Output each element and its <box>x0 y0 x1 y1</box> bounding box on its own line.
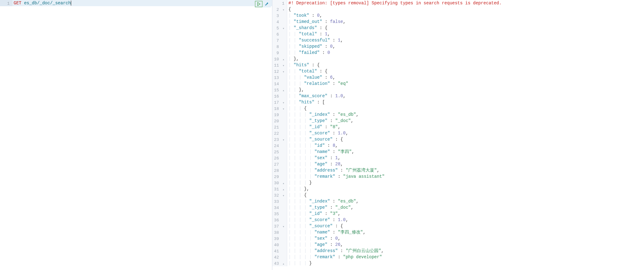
response-code[interactable]: | | | { <box>287 192 644 198</box>
token-punct: : <box>322 19 330 24</box>
response-line: 29 | | | | | "remark" : "java assistant" <box>272 173 644 180</box>
response-code[interactable]: | | | | | "remark" : "java assistant" <box>287 173 644 180</box>
response-line: 14 | | | "relation" : "eq" <box>272 81 644 87</box>
deprecation-warning: #! Deprecation: [types removal] Specifyi… <box>288 1 502 6</box>
response-code[interactable]: | | | | "_source" : { <box>287 136 644 142</box>
response-code[interactable]: | | | | | "name" : "李四", <box>287 149 644 155</box>
token-punct: : <box>327 205 335 210</box>
response-line: 30 ▴| | | | } <box>272 180 644 186</box>
token-str: "_doc" <box>335 118 351 123</box>
token-key: "remark" <box>314 174 335 179</box>
line-number: 27 <box>272 161 287 167</box>
token-punct: : <box>330 217 338 222</box>
response-code[interactable]: | | | | | "sex" : 1, <box>287 155 644 161</box>
response-code[interactable]: | | "successful" : 1, <box>287 37 644 43</box>
response-code[interactable]: | | | | "_score" : 1.0, <box>287 130 644 136</box>
request-code[interactable]: GET es_db/_doc/_search <box>12 0 272 6</box>
token-punct: , <box>338 236 340 241</box>
response-line: 9 | | "failed" : 0 <box>272 50 644 56</box>
token-punct: : <box>327 118 335 123</box>
response-code[interactable]: | | }, <box>287 87 644 93</box>
token-punct: }, <box>304 186 309 191</box>
response-code[interactable]: | "_shards" : { <box>287 25 644 31</box>
token-punct: , <box>377 168 379 173</box>
token-punct: : <box>330 149 338 154</box>
token-str: "8" <box>330 124 338 129</box>
response-code[interactable]: | | | | | "name" : "李四_修改", <box>287 229 644 235</box>
token-punct: : <box>330 230 338 235</box>
response-code[interactable]: | | | | | "age" : 28, <box>287 161 644 167</box>
response-code[interactable]: | | | | "_source" : { <box>287 223 644 229</box>
response-code[interactable]: | | | | | "id" : 8, <box>287 142 644 149</box>
response-code[interactable]: | | | | "_type" : "_doc", <box>287 204 644 211</box>
response-code[interactable]: | | | | "_score" : 1.0, <box>287 217 644 223</box>
token-num: 28 <box>335 162 340 167</box>
response-code[interactable]: | | | | "_id" : "8", <box>287 124 644 130</box>
response-code[interactable]: | | | | | "age" : 26, <box>287 242 644 248</box>
response-code[interactable]: | "hits" : { <box>287 62 644 68</box>
line-number: 5 ▾ <box>272 25 287 31</box>
request-options-button[interactable] <box>263 1 270 7</box>
response-code[interactable]: | | "max_score" : 1.0, <box>287 93 644 99</box>
token-key: "_index" <box>309 112 330 117</box>
response-code[interactable]: | | | | | "address" : "广州白云山公园", <box>287 248 644 254</box>
line-number: 35 <box>272 211 287 217</box>
response-line: 22 | | | | "_score" : 1.0, <box>272 130 644 136</box>
response-code[interactable]: | | "skipped" : 0, <box>287 43 644 50</box>
response-code[interactable]: | | "total" : { <box>287 68 644 74</box>
response-code[interactable]: | | "total" : 1, <box>287 31 644 37</box>
response-code[interactable]: | | | | } <box>287 180 644 186</box>
response-code[interactable]: | "took" : 0, <box>287 12 644 19</box>
token-key: "name" <box>314 230 330 235</box>
response-code[interactable]: { <box>287 6 644 12</box>
token-punct: , <box>338 155 340 160</box>
response-code[interactable]: | | | | "_index" : "es_db", <box>287 111 644 118</box>
response-code[interactable]: | | | { <box>287 105 644 111</box>
response-line: 38 | | | | | "name" : "李四_修改", <box>272 229 644 235</box>
response-code[interactable]: #! Deprecation: [types removal] Specifyi… <box>287 0 644 6</box>
token-str: "李四" <box>338 149 352 154</box>
response-code[interactable]: | | | }, <box>287 186 644 192</box>
response-code[interactable]: | | | | "_id" : "3", <box>287 211 644 217</box>
response-code[interactable]: | "timed_out" : false, <box>287 19 644 25</box>
response-code[interactable]: | | | | | "sex" : 0, <box>287 235 644 242</box>
token-key: "max_score" <box>299 94 327 98</box>
line-number: 11 ▾ <box>272 62 287 68</box>
line-number: 41 <box>272 248 287 254</box>
line-number: 20 <box>272 118 287 124</box>
token-punct: , <box>320 13 322 18</box>
token-str: "es_db" <box>338 112 356 117</box>
fold-marker[interactable]: ▴ <box>281 261 284 267</box>
token-key: "skipped" <box>299 44 322 49</box>
response-code[interactable]: | | | "relation" : "eq" <box>287 81 644 87</box>
token-key: "sex" <box>314 236 327 241</box>
token-punct: , <box>356 199 359 204</box>
token-punct: : [ <box>314 100 325 105</box>
response-code[interactable]: | | "hits" : [ <box>287 99 644 105</box>
line-number: 1 <box>272 0 287 6</box>
response-code[interactable]: | | "failed" : 0 <box>287 50 644 56</box>
response-line: 19 | | | | "_index" : "es_db", <box>272 111 644 118</box>
response-code[interactable]: | | | | } <box>287 260 644 266</box>
response-code[interactable]: | | | | | "address" : "广州荔湾大厦", <box>287 167 644 173</box>
token-bool: false <box>330 19 343 24</box>
response-code[interactable]: | | | "value" : 6, <box>287 74 644 81</box>
response-line: 1#! Deprecation: [types removal] Specify… <box>272 0 644 6</box>
panel-resize-handle[interactable]: ⋮ <box>270 133 272 138</box>
token-punct: , <box>352 149 354 154</box>
response-code[interactable]: | | | | | "remark" : "php developer" <box>287 254 644 260</box>
run-request-button[interactable] <box>255 1 262 7</box>
response-line: 6 | | "total" : 1, <box>272 31 644 37</box>
line-number: 2 ▾ <box>272 6 287 12</box>
line-number: 3 <box>272 12 287 19</box>
token-num: 0 <box>335 236 338 241</box>
response-code[interactable]: | | | | "_index" : "es_db", <box>287 198 644 204</box>
token-str: "广州白云山公园" <box>346 248 381 253</box>
line-number: 29 <box>272 173 287 180</box>
line-number: 23 ▾ <box>272 136 287 142</box>
token-num: 6 <box>330 75 332 80</box>
token-punct: : { <box>317 69 327 74</box>
response-code[interactable]: | | | | "_type" : "_doc", <box>287 118 644 124</box>
request-line[interactable]: 1 GET es_db/_doc/_search <box>0 0 272 6</box>
response-code[interactable]: | }, <box>287 56 644 62</box>
